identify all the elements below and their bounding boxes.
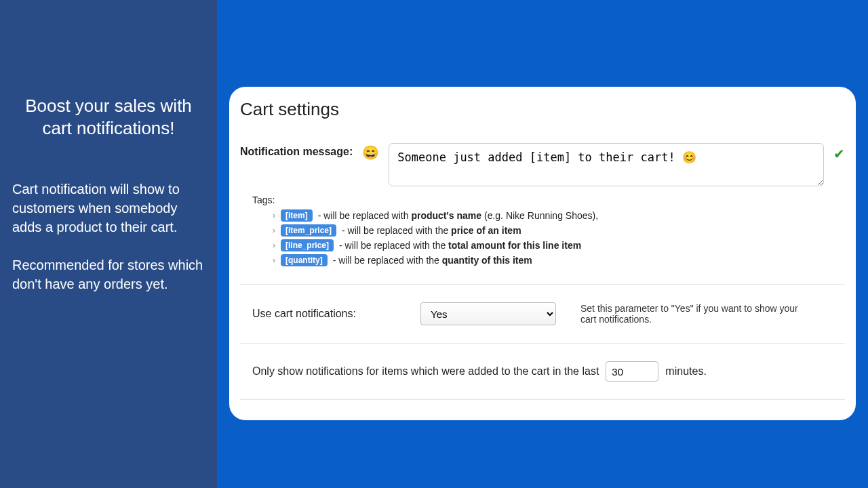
minutes-pre-text: Only show notifications for items which … bbox=[252, 365, 599, 378]
tag-desc: - will be replaced with the price of an … bbox=[342, 225, 521, 236]
tags-label: Tags: bbox=[252, 195, 845, 205]
tag-row-quantity: › [quantity] - will be replaced with the… bbox=[273, 254, 845, 266]
tags-block: Tags: › [item] - will be replaced with p… bbox=[252, 195, 845, 266]
use-cart-select[interactable]: Yes bbox=[420, 302, 556, 325]
divider bbox=[240, 284, 845, 285]
sidebar-heading: Boost your sales with cart notifications… bbox=[12, 95, 205, 139]
tag-pill: [quantity] bbox=[281, 254, 328, 266]
use-cart-notifications-row: Use cart notifications: Yes Set this par… bbox=[252, 302, 845, 325]
card-title: Cart settings bbox=[240, 99, 845, 120]
tag-desc: - will be replaced with the quantity of … bbox=[333, 255, 532, 266]
minutes-input[interactable] bbox=[606, 361, 658, 382]
sidebar-paragraph-2: Recommended for stores which don't have … bbox=[12, 256, 205, 293]
tag-row-item: › [item] - will be replaced with product… bbox=[273, 209, 845, 222]
minutes-post-text: minutes. bbox=[665, 365, 706, 378]
tag-pill: [item] bbox=[281, 209, 313, 222]
notification-message-label: Notification message: bbox=[240, 143, 353, 158]
promo-sidebar: Boost your sales with cart notifications… bbox=[0, 0, 217, 488]
notification-message-row: Notification message: 😄 Someone just add… bbox=[240, 143, 845, 186]
chevron-right-icon: › bbox=[273, 226, 275, 235]
saved-check-icon: ✔ bbox=[833, 143, 845, 162]
tag-desc: - will be replaced with product's name (… bbox=[318, 210, 598, 221]
tag-pill: [item_price] bbox=[281, 224, 336, 237]
notification-message-input[interactable]: Someone just added [item] to their cart!… bbox=[389, 143, 824, 186]
chevron-right-icon: › bbox=[273, 241, 275, 250]
chevron-right-icon: › bbox=[273, 256, 275, 265]
tag-desc: - will be replaced with the total amount… bbox=[339, 240, 581, 251]
chevron-right-icon: › bbox=[273, 211, 275, 220]
use-cart-label: Use cart notifications: bbox=[252, 308, 408, 320]
divider bbox=[240, 399, 845, 400]
sidebar-paragraph-1: Cart notification will show to customers… bbox=[12, 180, 205, 237]
minutes-row: Only show notifications for items which … bbox=[252, 361, 845, 382]
emoji-picker-button[interactable]: 😄 bbox=[362, 143, 379, 161]
tag-row-item-price: › [item_price] - will be replaced with t… bbox=[273, 224, 845, 237]
use-cart-help: Set this parameter to "Yes" if you want … bbox=[580, 303, 811, 325]
tag-row-line-price: › [line_price] - will be replaced with t… bbox=[273, 239, 845, 251]
divider bbox=[240, 343, 845, 344]
tag-pill: [line_price] bbox=[281, 239, 334, 251]
cart-settings-card: Cart settings Notification message: 😄 So… bbox=[229, 87, 856, 420]
main-area: Cart settings Notification message: 😄 So… bbox=[217, 0, 868, 488]
